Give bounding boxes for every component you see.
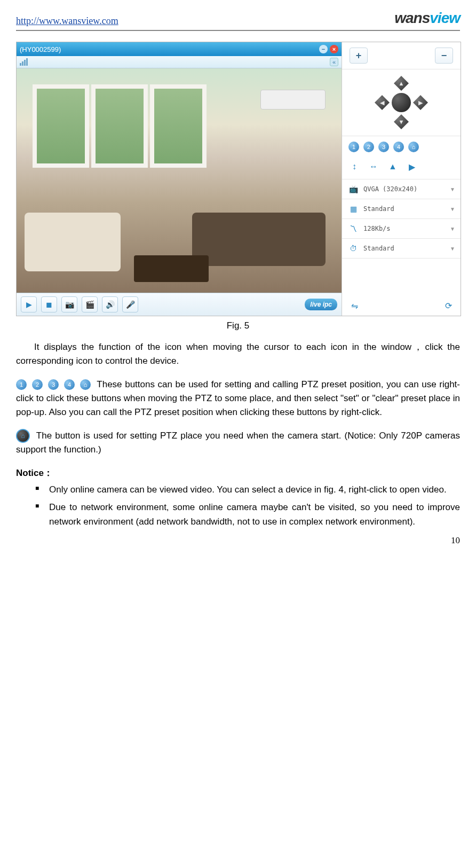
- preset-2-icon: 2: [32, 379, 43, 390]
- record-icon[interactable]: 🎬: [82, 296, 98, 312]
- notice-item: Due to network environment, some online …: [35, 500, 460, 529]
- preset-2-button[interactable]: 2: [363, 142, 374, 152]
- figure-caption: Fig. 5: [16, 320, 460, 331]
- quality-icon: ▦: [347, 203, 359, 215]
- zoom-out-button[interactable]: −: [435, 48, 453, 64]
- paragraph-3: ⌂ The button is used for setting PTZ pla…: [16, 429, 460, 457]
- refresh-icon[interactable]: ⟳: [442, 300, 454, 311]
- notice-item: Only online camera can be viewed video. …: [35, 482, 460, 497]
- preset-home-icon: ⌂: [80, 379, 91, 390]
- video-pane: (HY0002599) − × «: [17, 42, 342, 316]
- preset-3-button[interactable]: 3: [378, 142, 389, 152]
- fps-icon: ⏱: [347, 243, 359, 254]
- notice-heading: Notice：: [16, 467, 460, 479]
- paragraph-1: It displays the function of the icon whe…: [16, 340, 460, 369]
- collapse-button[interactable]: «: [330, 58, 338, 66]
- preset-4-icon: 4: [64, 379, 75, 390]
- notice-list: Only online camera can be viewed video. …: [35, 482, 460, 529]
- panel-bottom-row: ⇋ ⟳: [342, 295, 461, 316]
- sub-toolbar: «: [17, 56, 342, 68]
- preset-home-button[interactable]: ⌂: [408, 142, 419, 152]
- play-icon[interactable]: ▶: [21, 296, 37, 312]
- video-feed[interactable]: [17, 68, 342, 293]
- flip-horizontal-icon[interactable]: ▶: [406, 161, 418, 173]
- bitrate-select[interactable]: 〽 128Kb/s ▼: [342, 219, 461, 239]
- page-number: 10: [451, 535, 460, 546]
- liveipc-badge: live ipc: [305, 299, 337, 310]
- stop-icon[interactable]: ◼: [41, 296, 57, 312]
- quality-select[interactable]: ▦ Standard ▼: [342, 199, 461, 219]
- resolution-select[interactable]: 📺 QVGA (320x240) ▼: [342, 179, 461, 199]
- speaker-icon[interactable]: 🔊: [102, 296, 118, 312]
- ptz-left-button[interactable]: ◀: [375, 95, 390, 110]
- vertical-scan-icon[interactable]: ↕: [348, 161, 360, 173]
- horizontal-scan-icon[interactable]: ↔: [368, 161, 379, 173]
- ptz-down-button[interactable]: ▼: [394, 114, 409, 129]
- window-titlebar: (HY0002599) − ×: [17, 42, 342, 56]
- paragraph-2: 1 2 3 4 ⌂ These buttons can be used for …: [16, 378, 460, 420]
- signal-icon: [20, 58, 28, 66]
- chevron-down-icon: ▼: [450, 186, 455, 192]
- preset-row: 1 2 3 4 ⌂: [342, 136, 461, 158]
- preset-4-button[interactable]: 4: [393, 142, 404, 152]
- preset-1-button[interactable]: 1: [348, 142, 359, 152]
- ptz-center-button[interactable]: [392, 93, 411, 112]
- chevron-down-icon: ▼: [450, 206, 455, 212]
- close-icon[interactable]: ×: [330, 45, 338, 53]
- app-screenshot: (HY0002599) − × «: [16, 42, 461, 316]
- fps-select[interactable]: ⏱ Standard ▼: [342, 239, 461, 259]
- ptz-extra-row: ↕ ↔ ▲ ▶: [342, 158, 461, 179]
- site-url[interactable]: http://www.wansview.com: [16, 15, 118, 27]
- chevron-down-icon: ▼: [450, 246, 455, 252]
- ptz-home-icon: ⌂: [16, 429, 30, 443]
- minimize-icon[interactable]: −: [319, 45, 328, 53]
- ptz-up-button[interactable]: ▲: [394, 76, 409, 91]
- flip-vertical-icon[interactable]: ▲: [387, 161, 399, 173]
- preset-3-icon: 3: [48, 379, 59, 390]
- bitrate-icon: 〽: [347, 223, 359, 234]
- zoom-in-button[interactable]: +: [350, 48, 368, 64]
- snapshot-icon[interactable]: 📷: [61, 296, 77, 312]
- page-header: http://www.wansview.com wansview: [16, 10, 460, 31]
- mic-mute-icon[interactable]: 🎤̸: [122, 296, 138, 312]
- tv-icon: 📺: [347, 183, 359, 195]
- mirror-icon[interactable]: ⇋: [348, 300, 360, 311]
- preset-1-icon: 1: [16, 379, 27, 390]
- chevron-down-icon: ▼: [450, 226, 455, 232]
- brand-logo: wansview: [394, 10, 460, 27]
- control-panel: + − ▲ ▼ ◀ ▶ 1 2 3 4 ⌂ ↕ ↔: [342, 42, 461, 316]
- ptz-pad: ▲ ▼ ◀ ▶: [342, 69, 461, 136]
- ptz-right-button[interactable]: ▶: [413, 95, 428, 110]
- window-title: (HY0002599): [20, 45, 61, 53]
- preset-icons-inline: 1 2 3 4 ⌂: [16, 379, 91, 390]
- video-toolbar: ▶ ◼ 📷 🎬 🔊 🎤̸ live ipc: [17, 293, 342, 316]
